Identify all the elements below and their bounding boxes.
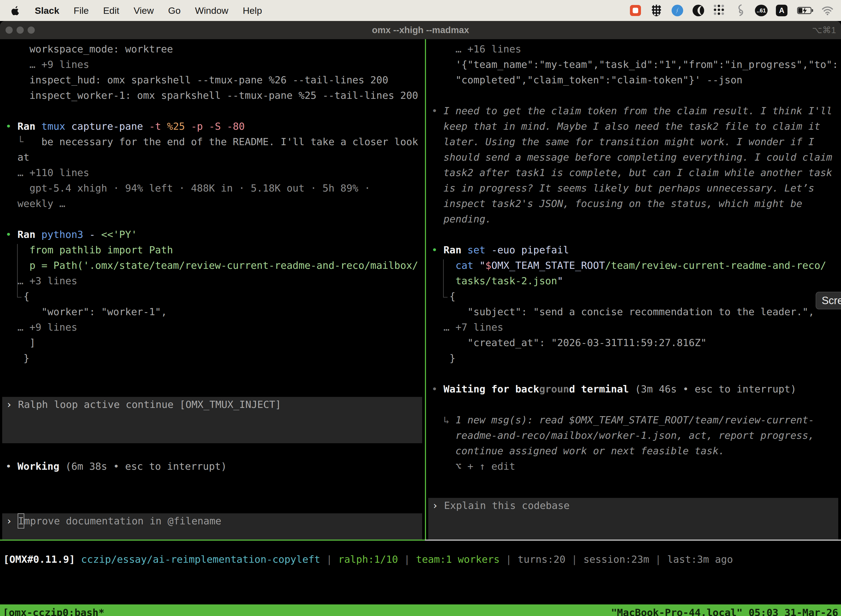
window-title-bar[interactable]: omx --xhigh --madmax ⌥⌘1: [0, 21, 841, 39]
indent-guide: [443, 260, 444, 297]
terminal-line: "subject": "send a concise recommendatio…: [426, 304, 841, 320]
terminal-line: tasks/task-2.json": [426, 273, 841, 289]
terminal-line: inspect_worker-1: omx sparkshell --tmux-…: [0, 88, 425, 103]
terminal-gap: [426, 366, 841, 381]
terminal-line: • Ran python3 - <<'PY': [0, 227, 425, 242]
terminal-line: {: [426, 289, 841, 304]
menu-item-window[interactable]: Window: [195, 5, 229, 16]
left-terminal-pane[interactable]: workspace_mode: worktree … +9 lines insp…: [0, 39, 425, 540]
terminal-line: … +16 lines: [426, 41, 841, 57]
terminal-line: workspace_mode: worktree: [0, 41, 425, 57]
inactive-pane-border: [425, 540, 841, 541]
terminal-line: later. Using the same for transition mig…: [426, 134, 841, 150]
tmux-status-bar: [omx-cczip0:bash* "MacBook-Pro-44.local"…: [0, 604, 841, 616]
terminal-line: "created_at": "2026-03-31T11:59:27.816Z": [426, 335, 841, 351]
apple-menu-icon[interactable]: [11, 5, 21, 16]
moon-icon[interactable]: [692, 4, 705, 17]
terminal-line: is in progress? It seems likely but perh…: [426, 180, 841, 196]
terminal-line: • Ran tmux capture-pane -t %25 -p -S -80: [0, 119, 425, 134]
terminal-line: • Working (6m 38s • esc to interrupt): [0, 459, 425, 474]
menu-item-go[interactable]: Go: [168, 5, 180, 16]
menu-item-file[interactable]: File: [74, 5, 89, 16]
chat-icon[interactable]: [629, 4, 642, 17]
terminal-line: • I need to get the claim token from the…: [426, 103, 841, 119]
menu-item-slack[interactable]: Slack: [35, 5, 59, 16]
terminal-line: └ be necessary for the end of the README…: [0, 134, 425, 150]
terminal-line: pending.: [426, 211, 841, 227]
macos-menu-bar: Slack File Edit View Go Window Help ..61…: [0, 0, 841, 21]
terminal-line: p = Path('.omx/state/team/review-current…: [0, 258, 425, 273]
dots-grid-icon[interactable]: [713, 4, 726, 17]
pane-bottom-borders: [0, 540, 841, 541]
letter-a-icon[interactable]: A: [776, 5, 787, 16]
battery-charging-icon[interactable]: [796, 4, 813, 17]
terminal-gap: [426, 227, 841, 242]
terminal-line: }: [0, 351, 425, 366]
terminal-line: ⌥ + ↑ edit: [426, 459, 841, 474]
prompt-input-band[interactable]: › Improve documentation in @filename: [2, 513, 422, 540]
screenshot-tooltip: Scre: [816, 292, 841, 309]
terminal-line: task2 after task1 is complete, but can I…: [426, 165, 841, 180]
terminal-window: omx --xhigh --madmax ⌥⌘1 workspace_mode:…: [0, 21, 841, 616]
terminal-line: should send a message before completing …: [426, 150, 841, 165]
terminal-line: ↳ 1 new msg(s): read $OMX_TEAM_STATE_ROO…: [426, 412, 841, 428]
terminal-gap: [0, 366, 425, 381]
screenshot-tooltip-label: Scre: [822, 295, 841, 307]
omx-status-line: [OMX#0.11.9] cczip/essay/ai-reimplementa…: [0, 552, 841, 567]
terminal-line: '{"team_name":"my-team","task_id":"1","f…: [426, 57, 841, 72]
wifi-icon[interactable]: [821, 4, 834, 17]
terminal-line: weekly …: [0, 196, 425, 211]
terminal-line: at: [0, 150, 425, 165]
squiggle-icon[interactable]: [734, 4, 747, 17]
terminal-line: from pathlib import Path: [0, 242, 425, 258]
active-pane-border: [0, 540, 425, 541]
terminal-gap: [0, 211, 425, 227]
terminal-line: gpt-5.4 xhigh · 94% left · 488K in · 5.1…: [0, 180, 425, 196]
terminal-gap: [0, 103, 425, 119]
terminal-line: keep that in mind. Maybe I also need the…: [426, 119, 841, 134]
omx-hud-pane: [OMX#0.11.9] cczip/essay/ai-reimplementa…: [0, 552, 841, 604]
window-title: omx --xhigh --madmax: [0, 25, 841, 35]
terminal-gap: [426, 474, 841, 483]
terminal-line: "worker": "worker-1",: [0, 304, 425, 320]
terminal-gap: [0, 474, 425, 498]
badge-61-icon[interactable]: ..61: [755, 5, 768, 16]
tmux-host-clock: "MacBook-Pro-44.local" 05:03 31-Mar-26: [611, 607, 838, 616]
indent-guide-corner: [443, 297, 448, 298]
menu-item-help[interactable]: Help: [243, 5, 262, 16]
terminal-line: … +7 lines: [426, 320, 841, 335]
terminal-gap: [0, 443, 425, 459]
menu-item-view[interactable]: View: [133, 5, 154, 16]
terminal-line: continue assigned work or next feasible …: [426, 443, 841, 459]
terminal-line: … +9 lines: [0, 320, 425, 335]
navigation-icon[interactable]: [671, 4, 684, 17]
terminal-line: readme-and-reco/mailbox/worker-1.json, a…: [426, 428, 841, 443]
prompt-input-band[interactable]: › Explain this codebase: [428, 498, 838, 540]
terminal-line: cat "$OMX_TEAM_STATE_ROOT/team/review-cu…: [426, 258, 841, 273]
right-terminal-pane[interactable]: … +16 lines '{"team_name":"my-team","tas…: [426, 39, 841, 540]
terminal-line: }: [426, 351, 841, 366]
indent-guide: [17, 244, 18, 297]
terminal-gap: [426, 397, 841, 412]
terminal-line: inspect task2's JSON, focusing on the st…: [426, 196, 841, 211]
shield-icon[interactable]: [650, 4, 663, 17]
tmux-session-label: [omx-cczip0:bash*: [3, 607, 104, 616]
indent-guide-corner: [17, 297, 22, 298]
terminal-line: … +9 lines: [0, 57, 425, 72]
terminal-line: inspect_hud: omx sparkshell --tmux-pane …: [0, 72, 425, 88]
terminal-gap: [426, 88, 841, 103]
terminal-line: ]: [0, 335, 425, 351]
terminal-line: • Waiting for background terminal (3m 46…: [426, 381, 841, 397]
terminal-line: "completed","claim_token":"claim-token"}…: [426, 72, 841, 88]
terminal-line: {: [0, 289, 425, 304]
terminal-line: … +110 lines: [0, 165, 425, 180]
terminal-line: • Ran set -euo pipefail: [426, 242, 841, 258]
prompt-input-band[interactable]: › Ralph loop active continue [OMX_TMUX_I…: [2, 397, 422, 443]
menu-item-edit[interactable]: Edit: [103, 5, 119, 16]
terminal-line: … +3 lines: [0, 273, 425, 289]
